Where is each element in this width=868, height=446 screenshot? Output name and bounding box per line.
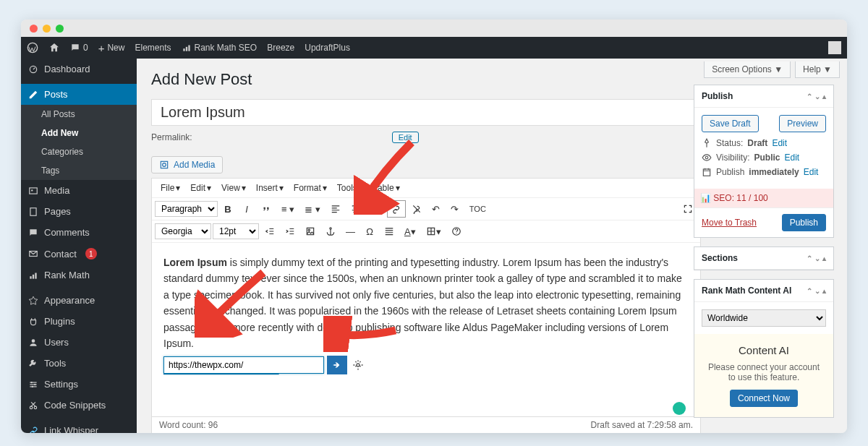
hr-button[interactable]: —: [341, 223, 359, 240]
menu-comments[interactable]: Comments: [21, 222, 137, 243]
menu-posts[interactable]: Posts: [21, 84, 137, 105]
menu-view[interactable]: View ▾: [217, 181, 250, 194]
menu-dashboard[interactable]: Dashboard: [21, 59, 137, 80]
status-edit-link[interactable]: Edit: [772, 138, 787, 148]
sections-metabox: Sections⌃ ⌄ ▴: [694, 246, 834, 270]
align-right-button[interactable]: [367, 200, 386, 218]
eye-icon: [702, 153, 712, 163]
menu-settings[interactable]: Settings: [21, 374, 137, 395]
svg-point-17: [34, 383, 35, 385]
align-center-button[interactable]: [346, 200, 365, 218]
indent-button[interactable]: [281, 223, 299, 240]
seo-score[interactable]: 📊 SEO: 11 / 100: [694, 189, 833, 207]
svg-point-28: [357, 364, 359, 366]
move-to-trash-link[interactable]: Move to Trash: [702, 218, 757, 228]
preview-button[interactable]: Preview: [779, 115, 826, 132]
metabox-toggle-icon[interactable]: ⌃ ⌄ ▴: [807, 93, 826, 100]
menu-file[interactable]: File ▾: [156, 181, 184, 194]
menu-insert[interactable]: Insert ▾: [252, 181, 288, 194]
menu-rankmath[interactable]: Rank Math: [21, 265, 137, 286]
menu-edit[interactable]: Edit ▾: [186, 181, 216, 194]
menu-contact[interactable]: Contact1: [21, 243, 137, 265]
menu-format[interactable]: Format ▾: [289, 181, 331, 194]
link-button[interactable]: [387, 200, 406, 218]
adminbar-rankmath[interactable]: Rank Math SEO: [182, 43, 258, 53]
svg-rect-3: [188, 46, 190, 51]
submenu-categories[interactable]: Categories: [21, 142, 137, 161]
menu-tools[interactable]: Tools ▾: [333, 181, 367, 194]
link-apply-button[interactable]: [327, 356, 347, 374]
wordpress-logo-icon[interactable]: [27, 42, 38, 53]
window-close-icon[interactable]: [30, 25, 38, 33]
menu-snippets[interactable]: Code Snippets: [21, 395, 137, 416]
toc-button[interactable]: TOC: [465, 200, 490, 218]
svg-rect-30: [703, 169, 710, 176]
main-content: Screen Options ▼ Help ▼ Add New Post Per…: [137, 37, 847, 433]
grammarly-icon[interactable]: [673, 402, 686, 415]
undo-button[interactable]: ↶: [427, 200, 445, 218]
link-settings-icon[interactable]: [350, 357, 366, 373]
window-titlebar: [21, 20, 847, 37]
image-button[interactable]: [301, 223, 320, 240]
menu-users[interactable]: Users: [21, 332, 137, 353]
add-media-button[interactable]: Add Media: [151, 156, 223, 173]
menu-media[interactable]: Media: [21, 180, 137, 201]
permalink-edit-button[interactable]: Edit: [392, 132, 419, 143]
adminbar-elements[interactable]: Elements: [135, 43, 171, 53]
specialchar-button[interactable]: Ω: [361, 223, 378, 240]
adminbar-new[interactable]: +New: [98, 42, 125, 54]
svg-rect-2: [185, 47, 187, 51]
adminbar-updraft[interactable]: UpdraftPlus: [305, 43, 350, 53]
schedule-edit-link[interactable]: Edit: [804, 167, 819, 177]
ol-button[interactable]: ≣ ▾: [300, 200, 325, 218]
visibility-edit-link[interactable]: Edit: [784, 153, 799, 163]
justify-button[interactable]: [380, 223, 399, 240]
menu-pages[interactable]: Pages: [21, 201, 137, 222]
submenu-add-new[interactable]: Add New: [21, 124, 137, 142]
menu-appearance[interactable]: Appearance: [21, 290, 137, 311]
window-minimize-icon[interactable]: [43, 25, 51, 33]
publish-button[interactable]: Publish: [782, 214, 826, 231]
unlink-button[interactable]: [407, 200, 426, 218]
menu-plugins[interactable]: Plugins: [21, 311, 137, 332]
submenu-all-posts[interactable]: All Posts: [21, 105, 137, 124]
italic-button[interactable]: I: [238, 200, 255, 218]
home-icon[interactable]: [48, 42, 60, 53]
help-button[interactable]: Help ▼: [795, 61, 840, 78]
metabox-toggle-icon[interactable]: ⌃ ⌄ ▴: [807, 254, 826, 262]
content-strong: Lorem Ipsum: [163, 257, 227, 268]
outdent-button[interactable]: [260, 223, 279, 240]
bold-button[interactable]: B: [219, 200, 237, 218]
screen-options-button[interactable]: Screen Options ▼: [704, 61, 791, 78]
redo-button[interactable]: ↷: [446, 200, 464, 218]
editor-body[interactable]: Lorem Ipsum is simply dummy text of the …: [152, 243, 700, 416]
fontsize-select[interactable]: 12pt: [213, 223, 259, 239]
submenu-tags[interactable]: Tags: [21, 161, 137, 180]
region-select[interactable]: Worldwide: [702, 309, 826, 327]
adminbar-comments[interactable]: 0: [70, 43, 88, 53]
sections-title: Sections: [702, 253, 738, 263]
menu-tools[interactable]: Tools: [21, 353, 137, 374]
adminbar-breeze[interactable]: Breeze: [267, 43, 294, 53]
window-maximize-icon[interactable]: [56, 25, 64, 33]
metabox-toggle-icon[interactable]: ⌃ ⌄ ▴: [807, 287, 826, 295]
avatar[interactable]: [828, 41, 841, 54]
admin-bar: 0 +New Elements Rank Math SEO Breeze Upd…: [21, 37, 847, 59]
format-select[interactable]: Paragraph: [155, 201, 218, 217]
anchor-button[interactable]: [321, 223, 340, 240]
save-draft-button[interactable]: Save Draft: [702, 115, 759, 132]
quote-button[interactable]: [257, 200, 276, 218]
align-left-button[interactable]: [326, 200, 345, 218]
help-button-toolbar[interactable]: [447, 223, 466, 240]
table-button[interactable]: ▾: [422, 223, 446, 240]
textcolor-button[interactable]: A ▾: [400, 223, 420, 240]
content-body: is simply dummy text of the printing and…: [163, 257, 682, 349]
ul-button[interactable]: ≡ ▾: [277, 200, 299, 218]
link-url-input[interactable]: [163, 356, 324, 374]
post-title-input[interactable]: [151, 99, 701, 126]
connect-now-button[interactable]: Connect Now: [730, 390, 798, 407]
menu-linkwhisper[interactable]: Link Whisper: [21, 420, 137, 433]
font-select[interactable]: Georgia: [155, 223, 211, 239]
menu-table[interactable]: Table ▾: [369, 181, 404, 194]
svg-rect-9: [30, 276, 31, 279]
